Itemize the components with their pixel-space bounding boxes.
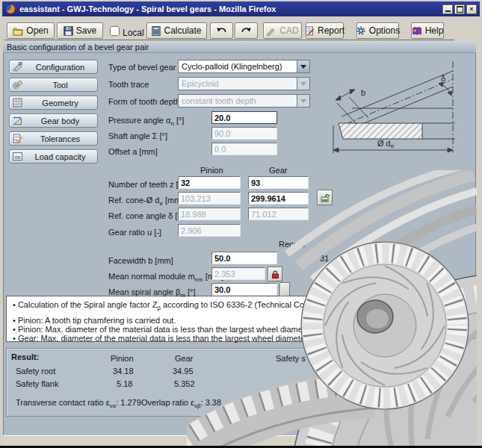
window-title: eassistant - GWJ-Technology - Spiral bev… (19, 4, 276, 13)
ref-cone-angle-label: Ref. cone angle δ [°] (108, 211, 183, 220)
overlap-ratio: Overlap ratio εvβ: 3.38 (141, 398, 221, 409)
result-title: Result: (11, 352, 39, 361)
firefox-icon (5, 4, 16, 14)
tool-gears-icon (12, 79, 23, 90)
safety-flank-label: Safety flank (16, 379, 58, 388)
pressure-angle-input[interactable] (211, 111, 277, 124)
spiral-angle-lock-button[interactable] (279, 282, 290, 296)
load-capacity-sigma-icon: σx (12, 151, 23, 162)
open-folder-icon (13, 26, 23, 36)
gear-column-header: Gear (269, 166, 287, 175)
facewidth-recommendation: 31 (320, 254, 329, 263)
save-button[interactable]: Save (57, 22, 103, 39)
help-button[interactable]: Help (411, 22, 444, 39)
undo-arrow-icon (216, 26, 227, 35)
local-label: Local (123, 28, 144, 38)
note-line: • Calculation of the Spiral angle factor… (13, 300, 304, 311)
svg-text:δ: δ (441, 74, 445, 83)
sidebar-item-tolerances[interactable]: Tolerances (9, 131, 98, 146)
close-button[interactable]: × (466, 4, 477, 14)
calculate-button[interactable]: Calculate (146, 22, 207, 39)
section-title: Basic configuration of a bevel gear pair (7, 43, 149, 52)
status-bar (3, 435, 476, 446)
help-book-icon (412, 26, 422, 36)
tooth-depth-select: constant tooth depth (178, 94, 310, 108)
options-button[interactable]: Options (356, 22, 399, 39)
teeth-gear-input[interactable] (248, 176, 309, 189)
teeth-pinion-input[interactable] (178, 176, 241, 189)
minimize-button[interactable] (442, 4, 453, 14)
section-header: Basic configuration of a bevel gear pair (3, 41, 476, 53)
tolerances-icon (12, 133, 23, 144)
shaft-angle-input (211, 127, 277, 140)
sidebar-item-load-capacity[interactable]: σx Load capacity (9, 149, 98, 164)
undo-button[interactable] (210, 22, 233, 39)
transverse-contact-ratio: Transverse contact ratio εvα: 1.279 (16, 398, 141, 409)
gear-ratio-label: Gear ratio u [-] (108, 228, 161, 237)
shaft-angle-label: Shaft angle Σ [°] (108, 131, 167, 140)
offset-label: Offset a [mm] (108, 147, 158, 156)
result-panel: Result: Pinion Gear Safety s Safety root… (6, 348, 457, 417)
configuration-icon (12, 61, 23, 72)
calculator-icon (152, 26, 161, 36)
facewidth-label: Facewidth b [mm] (108, 256, 173, 265)
open-button[interactable]: Open (7, 22, 55, 39)
tooth-trace-label: Tooth trace (108, 80, 149, 89)
tooth-depth-label: Form of tooth depth (108, 97, 180, 106)
recommendation-header: Recom (279, 240, 305, 249)
report-button[interactable]: Report (306, 22, 344, 39)
type-of-bevel-gear-select[interactable]: Cyclo-palloid (Klingelnberg) (178, 60, 310, 73)
spiral-angle-input[interactable] (211, 283, 277, 296)
sidebar-item-tool[interactable]: Tool (9, 78, 98, 92)
mean-module-lock-button[interactable] (268, 267, 282, 281)
cad-pencil-icon (266, 26, 276, 36)
ref-cone-gear-input[interactable] (248, 192, 309, 205)
local-checkbox[interactable] (110, 26, 120, 36)
mean-module-input (211, 267, 265, 280)
svg-text:b: b (361, 88, 365, 97)
lock-closed-icon (271, 270, 280, 279)
facewidth-input[interactable] (211, 252, 277, 264)
mean-normal-module-label: Mean normal module mnm [mm] (108, 272, 223, 283)
note-line: • Pinion: A tooth tip chamfering is carr… (13, 316, 176, 325)
note-line: • Gear: Max. diameter of the material da… (13, 334, 309, 343)
cone-angle-gear-input (248, 208, 309, 220)
sidebar-item-gear-body[interactable]: Gear body (9, 113, 98, 128)
options-gear-icon (356, 25, 366, 36)
gear-body-icon (12, 115, 23, 126)
safety-flank-gear-value: 5.352 (174, 379, 195, 388)
title-bar: eassistant - GWJ-Technology - Spiral bev… (2, 1, 480, 16)
safety-root-pinion-value: 34.18 (113, 367, 134, 376)
type-of-bevel-gear-label: Type of bevel gear (108, 63, 176, 72)
notes-panel: • Calculation of the Spiral angle factor… (6, 296, 457, 342)
bevel-gear-schematic-diagram: b δ Ø de (327, 58, 475, 155)
number-of-teeth-label: Number of teeth z [-] (108, 180, 183, 189)
safety-flank-pinion-value: 5.18 (117, 379, 132, 388)
redo-arrow-icon (241, 26, 252, 35)
sidebar-item-geometry[interactable]: Geometry (9, 96, 98, 110)
ref-cone-unlock-button[interactable] (317, 190, 333, 205)
save-floppy-icon (64, 26, 73, 36)
chevron-down-icon (297, 95, 309, 107)
geometry-grid-icon (12, 97, 23, 108)
result-gear-header: Gear (175, 354, 193, 363)
pressure-angle-label: Pressure angle αn [°] (108, 116, 184, 127)
gear-ratio-input (178, 224, 241, 237)
result-pinion-header: Pinion (111, 354, 134, 363)
sidebar-item-configuration[interactable]: Configuration (9, 60, 98, 74)
chevron-down-icon[interactable] (297, 60, 309, 72)
redo-button[interactable] (235, 22, 258, 39)
tooth-trace-select: Epicycloid (178, 77, 310, 90)
note-line: • Pinion: Max. diameter of the material … (13, 325, 309, 334)
safety-root-label: Safety root (16, 367, 55, 376)
pinion-column-header: Pinion (200, 166, 223, 175)
application-window: eassistant - GWJ-Technology - Spiral bev… (0, 0, 482, 448)
ref-cone-pinion-input (178, 192, 241, 205)
maximize-button[interactable] (454, 4, 465, 14)
report-document-icon (305, 26, 315, 36)
cone-angle-pinion-input (178, 208, 241, 220)
svg-text:σx: σx (15, 153, 21, 161)
safety-root-gear-value: 34.95 (173, 367, 194, 376)
lock-open-icon (320, 193, 330, 203)
mean-spiral-angle-label: Mean spiral angle βm [°] (108, 287, 195, 299)
